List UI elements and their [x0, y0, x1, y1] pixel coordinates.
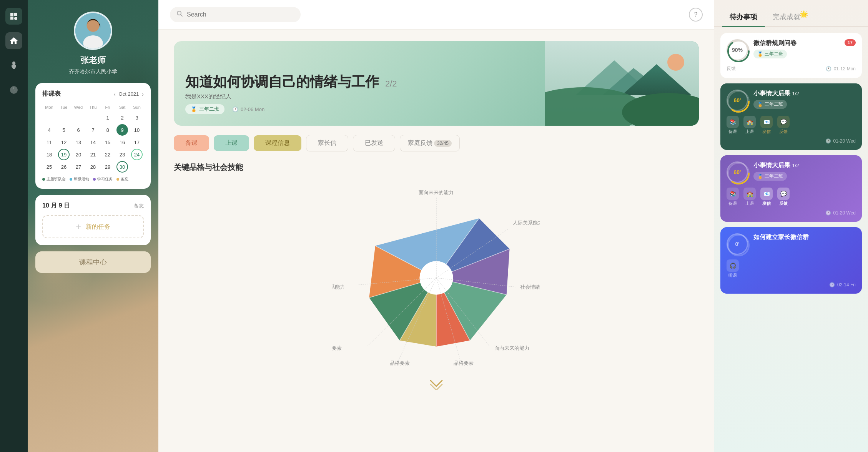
search-input[interactable] [187, 11, 294, 18]
cal-day-7[interactable]: 7 [87, 124, 99, 136]
cal-header-thu: Thu [86, 103, 100, 111]
nav-sidebar [0, 0, 28, 452]
right-cards-list: 90% 微信群规则问卷 17 🏅三年二班 反馈 🕐01-12 Mon [714, 27, 868, 452]
calendar-next-btn[interactable]: › [142, 91, 144, 97]
todo-card-3: 60' 小事情大后果 1/2 🏅三年二班 📚 备课 🏫 [720, 155, 862, 222]
todo-action-send-2[interactable]: 📧 发信 [760, 116, 773, 135]
tab-feedback-button[interactable]: 家庭反馈 32/45 [400, 135, 460, 151]
todo-card-1: 90% 微信群规则问卷 17 🏅三年二班 反馈 🕐01-12 Mon [720, 33, 862, 78]
cal-day-empty [43, 112, 55, 123]
todo-feedback-label: 反馈 [727, 65, 736, 72]
legend-label-3: 学习任务 [97, 176, 113, 182]
cal-header-wed: Wed [72, 103, 85, 111]
lesson-subtitle: 我是XXX的经纪人 [185, 93, 397, 100]
avatar [74, 12, 112, 50]
cal-day-19-circled[interactable]: 19 [58, 149, 70, 160]
cal-day-8[interactable]: 8 [102, 124, 113, 136]
cal-day-27[interactable]: 27 [73, 161, 84, 173]
cal-day-17[interactable]: 17 [131, 136, 143, 148]
todo-info-4: 如何建立家长微信群 [753, 233, 856, 244]
section-title: 关键品格与社会技能 [174, 162, 699, 173]
cal-header-mon: Mon [42, 103, 56, 111]
lesson-area: 知道如何协调自己的情绪与工作 2/2 我是XXX的经纪人 🏅 三年二班 🕐 02… [158, 30, 714, 452]
cal-header-fri: Fri [101, 103, 115, 111]
task-note-button[interactable]: 备忘 [134, 203, 144, 209]
todo-action-teach-3[interactable]: 🏫 上课 [743, 188, 756, 206]
listen-icon-4: 🎧 [727, 259, 739, 272]
todo-info-1: 微信群规则问卷 17 🏅三年二班 [753, 39, 856, 58]
task-add-button[interactable]: + 新的任务 [42, 215, 144, 238]
todo-action-feedback-2[interactable]: 💬 反馈 [777, 116, 790, 135]
tab-done[interactable]: 完成成就 🌟 [765, 8, 808, 26]
right-panel: 待办事项 完成成就 🌟 90% 微信群规则问卷 [714, 0, 868, 452]
todo-title-1: 微信群规则问卷 [753, 39, 796, 47]
cal-day-14[interactable]: 14 [87, 136, 99, 148]
todo-title-2: 小事情大后果 1/2 [753, 90, 856, 98]
tab-info-button[interactable]: 课程信息 [254, 135, 301, 151]
cal-day-30-circled[interactable]: 30 [116, 161, 128, 173]
search-icon [177, 11, 183, 18]
tab-parent-button[interactable]: 家长信 [306, 135, 348, 151]
tab-todo[interactable]: 待办事项 [722, 8, 765, 26]
calendar-grid: Mon Tue Wed Thu Fri Sat Sun 1 2 3 4 5 6 … [42, 103, 144, 173]
cal-day-23[interactable]: 23 [116, 149, 128, 160]
calendar-prev-btn[interactable]: ‹ [114, 91, 116, 97]
tab-teach-button[interactable]: 上课 [214, 135, 249, 151]
cal-day-1[interactable]: 1 [102, 112, 113, 123]
todo-action-teach-2[interactable]: 🏫 上课 [743, 116, 756, 135]
cal-day-3[interactable]: 3 [131, 112, 143, 123]
main-content: ? [158, 0, 714, 452]
cal-day-29[interactable]: 29 [102, 161, 113, 173]
lesson-hero: 知道如何协调自己的情绪与工作 2/2 我是XXX的经纪人 🏅 三年二班 🕐 02… [174, 41, 699, 126]
tab-sent-button[interactable]: 已发送 [353, 135, 395, 151]
cal-day-26[interactable]: 26 [58, 161, 70, 173]
cal-day-25[interactable]: 25 [43, 161, 55, 173]
legend-item-2: 班级活动 [70, 176, 89, 182]
cal-day-21[interactable]: 21 [87, 149, 99, 160]
todo-action-prepare-2[interactable]: 📚 备课 [727, 116, 739, 135]
cal-day-24-highlight[interactable]: 24 [131, 149, 143, 160]
cal-day-15[interactable]: 15 [102, 136, 113, 148]
todo-card-actions-3: 📚 备课 🏫 上课 📧 发信 💬 反馈 [727, 188, 856, 206]
cal-day-20[interactable]: 20 [73, 149, 84, 160]
todo-title-3: 小事情大后果 1/2 [753, 161, 856, 170]
course-center-button[interactable]: 课程中心 [35, 251, 151, 273]
todo-action-send-3[interactable]: 📧 发信 [760, 188, 773, 206]
legend-label-2: 班级活动 [74, 176, 89, 182]
prepare-icon-3: 📚 [727, 188, 739, 200]
todo-card-footer-4: 🕐02-14 Fri [727, 282, 856, 287]
todo-card-footer-2: 🕐01-20 Wed [727, 138, 856, 144]
nav-flower-icon[interactable] [5, 57, 22, 74]
nav-home-icon[interactable] [5, 32, 22, 49]
cal-day-4[interactable]: 4 [43, 124, 55, 136]
cal-day-10[interactable]: 10 [131, 124, 143, 136]
todo-title-4: 如何建立家长微信群 [753, 233, 856, 241]
nav-chart-icon[interactable] [5, 81, 22, 98]
todo-action-listen-4[interactable]: 🎧 听课 [727, 259, 739, 278]
teach-icon: 🏫 [743, 116, 756, 128]
cal-day-12[interactable]: 12 [58, 136, 70, 148]
cal-day-5[interactable]: 5 [58, 124, 70, 136]
todo-action-prepare-3[interactable]: 📚 备课 [727, 188, 739, 206]
cal-day-empty [87, 112, 99, 123]
svg-text:面向未来的能力: 面向未来的能力 [419, 190, 454, 195]
cal-day-18[interactable]: 18 [43, 149, 55, 160]
legend-item-3: 学习任务 [93, 176, 113, 182]
tab-prepare-button[interactable]: 备课 [174, 135, 209, 151]
cal-day-22[interactable]: 22 [102, 149, 113, 160]
cal-day-9-today[interactable]: 9 [116, 124, 128, 136]
calendar-legend: 主题班队会 班级活动 学习任务 备忘 [42, 176, 144, 182]
todo-progress-circle-3: 60' [727, 161, 748, 183]
send-icon: 📧 [760, 116, 773, 128]
cal-day-13[interactable]: 13 [73, 136, 84, 148]
cal-day-6[interactable]: 6 [73, 124, 84, 136]
todo-card-actions-2: 📚 备课 🏫 上课 📧 发信 💬 反馈 [727, 116, 856, 135]
cal-day-28[interactable]: 28 [87, 161, 99, 173]
legend-dot-1 [42, 178, 45, 181]
help-button[interactable]: ? [689, 8, 703, 22]
todo-action-feedback-3[interactable]: 💬 反馈 [777, 188, 790, 206]
radar-chart: 面向未来的能力 人际关系能力 社会情绪能力 面向未来的能力 品格要素 品格要素 … [333, 180, 540, 372]
cal-day-16[interactable]: 16 [116, 136, 128, 148]
cal-day-11[interactable]: 11 [43, 136, 55, 148]
cal-day-2[interactable]: 2 [116, 112, 128, 123]
